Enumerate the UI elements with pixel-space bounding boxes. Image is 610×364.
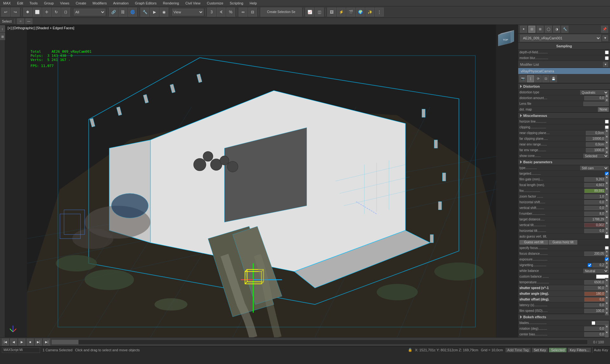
move-btn[interactable]: ✛	[42, 8, 51, 17]
horiz-tilt-input[interactable]	[584, 229, 605, 233]
render-frame-btn[interactable]: 🖼	[327, 8, 336, 17]
near-env-up[interactable]: ▲	[605, 140, 609, 145]
menu-animation[interactable]: Animation	[112, 1, 130, 6]
menu-views[interactable]: Views	[59, 1, 71, 6]
lens-file-input[interactable]	[583, 102, 609, 106]
timeline-start-btn[interactable]: |◀	[2, 339, 9, 346]
undo-button[interactable]: ↩	[1, 8, 10, 17]
key-filters-btn[interactable]: Key Filters...	[568, 348, 591, 352]
misc-section-header[interactable]: Miscellaneous	[518, 112, 610, 119]
panel-icon-3[interactable]: ⟳	[535, 75, 542, 82]
vray-physical-camera-item[interactable]: vRayPhysicalCamera	[518, 68, 610, 74]
timeline-play-btn[interactable]: ▶	[18, 339, 25, 346]
fov-up[interactable]: ▲	[605, 186, 609, 191]
timeline-end-btn[interactable]: ▶|	[43, 339, 50, 346]
environment-btn[interactable]: 🌍	[356, 8, 365, 17]
vert-shift-up[interactable]: ▲	[605, 204, 609, 208]
anisotropy-up[interactable]: ▲	[605, 336, 609, 338]
shutter-offset-up[interactable]: ▲	[605, 295, 609, 300]
film-speed-input[interactable]	[584, 309, 605, 313]
f-number-up[interactable]: ▲	[605, 209, 609, 214]
mirror-btn[interactable]: ⇔	[239, 8, 247, 17]
show-cone-select[interactable]: Selected	[583, 154, 609, 158]
effects-btn[interactable]: ✨	[365, 8, 374, 17]
distortion-amount-input[interactable]	[584, 96, 605, 100]
edge-subobj-btn[interactable]: —	[25, 18, 32, 24]
hierarchy-tab-btn[interactable]: ⊞	[537, 26, 544, 33]
zoom-up[interactable]: ▲	[605, 192, 609, 197]
rotate-btn[interactable]: ↻	[52, 8, 61, 17]
schematic-view-btn[interactable]: ◫	[315, 8, 324, 17]
temperature-up[interactable]: ▲	[605, 278, 609, 282]
panel-icon-2[interactable]: |	[527, 75, 534, 82]
create-tab-btn[interactable]: ✦	[520, 26, 527, 33]
horiz-tilt-up[interactable]: ▲	[605, 226, 609, 231]
create-selection-btn[interactable]: Create Selection Se	[261, 8, 302, 17]
snap-toggle-btn[interactable]: 3	[207, 8, 216, 17]
vert-tilt-up[interactable]: ▲	[605, 221, 609, 225]
rotation-up[interactable]: ▲	[605, 324, 609, 329]
white-balance-select[interactable]: Neutral	[583, 269, 609, 273]
horizon-line-checkbox[interactable]	[605, 120, 609, 124]
timeline-stop-btn[interactable]: ■	[27, 339, 34, 346]
shutter-speed-up[interactable]: ▲	[605, 284, 609, 288]
dot-map-btn[interactable]: None	[598, 107, 609, 112]
timeline-next-btn[interactable]: ▶|	[35, 339, 42, 346]
render-btn[interactable]: ▶	[150, 8, 159, 17]
viewport-dropdown[interactable]: View	[172, 9, 204, 16]
select-object-btn[interactable]: ✱	[23, 8, 32, 17]
auto-guess-checkbox[interactable]	[605, 235, 609, 239]
unlink-btn[interactable]: ⛓	[119, 8, 127, 17]
camera-settings-btn[interactable]: ▼	[602, 35, 608, 41]
menu-edit[interactable]: Edit	[16, 1, 24, 6]
pin-panel-btn[interactable]: 📌	[601, 26, 608, 33]
menu-help[interactable]: Help	[248, 1, 258, 6]
viewport-canvas[interactable]: [+] [Orthographic] [Shaded + Edged Faces…	[5, 25, 518, 337]
add-time-tag-btn[interactable]: Add Time Tag	[505, 348, 531, 352]
vertex-subobj-btn[interactable]: ○	[17, 18, 24, 24]
guess-horiz-tilt-btn[interactable]: Guess horiz tilt	[549, 240, 577, 245]
timeline-prev-btn[interactable]: ◀	[10, 339, 17, 346]
link-btn[interactable]: 🔗	[109, 8, 118, 17]
horiz-shift-up[interactable]: ▲	[605, 198, 609, 202]
utilities-tab-btn[interactable]: 🔧	[561, 26, 568, 33]
set-key-btn[interactable]: Set Key	[532, 348, 548, 352]
vignetting-up[interactable]: ▲	[605, 261, 609, 265]
menu-group[interactable]: Group	[43, 1, 55, 6]
menu-max[interactable]: MAX	[2, 1, 12, 6]
near-clip-up[interactable]: ▲	[605, 129, 609, 133]
panel-icon-4[interactable]: ⊡	[542, 75, 549, 82]
menu-tools[interactable]: Tools	[28, 1, 39, 6]
scale-btn[interactable]: ⟨⟩	[61, 8, 70, 17]
display-tab-btn[interactable]: ◑	[553, 26, 560, 33]
render-scene-btn[interactable]: 🎬	[346, 8, 355, 17]
film-speed-up[interactable]: ▲	[605, 307, 609, 311]
focal-length-up[interactable]: ▲	[605, 181, 609, 185]
distortion-section-header[interactable]: Distortion	[518, 83, 610, 90]
menu-modifiers[interactable]: Modifiers	[91, 1, 108, 6]
camera-selector[interactable]: AE26_009_vRayCam001	[520, 35, 601, 42]
latency-up[interactable]: ▲	[605, 301, 609, 305]
material-editor-btn[interactable]: ◉	[159, 8, 168, 17]
panel-icon-5[interactable]: 💾	[550, 75, 557, 82]
vignetting-checkbox[interactable]	[588, 263, 592, 267]
film-speed-down[interactable]: ▼	[605, 311, 609, 315]
depth-of-field-checkbox[interactable]	[605, 51, 609, 54]
focus-dist-input[interactable]	[584, 252, 605, 256]
film-gate-up[interactable]: ▲	[605, 175, 609, 179]
far-clip-up[interactable]: ▲	[605, 134, 609, 139]
menu-create[interactable]: Create	[74, 1, 87, 6]
basic-params-section-header[interactable]: Basic parameters	[518, 159, 610, 165]
menu-rendering[interactable]: Rendering	[162, 1, 180, 6]
menu-civil-view[interactable]: Civil View	[184, 1, 201, 6]
target-dist-up[interactable]: ▲	[605, 215, 609, 219]
select-filter-dropdown[interactable]: All	[74, 9, 105, 16]
vignetting-input[interactable]	[592, 263, 605, 267]
percent-snap-btn[interactable]: %	[226, 8, 235, 17]
menu-graph-editors[interactable]: Graph Editors	[134, 1, 158, 6]
select-region-btn[interactable]: ⬜	[33, 8, 42, 17]
motion-tab-btn[interactable]: ◯	[545, 26, 552, 33]
redo-button[interactable]: ↪	[11, 8, 20, 17]
bind-space-warp-btn[interactable]: 🌀	[128, 8, 137, 17]
focus-dist-up[interactable]: ▲	[605, 249, 609, 254]
